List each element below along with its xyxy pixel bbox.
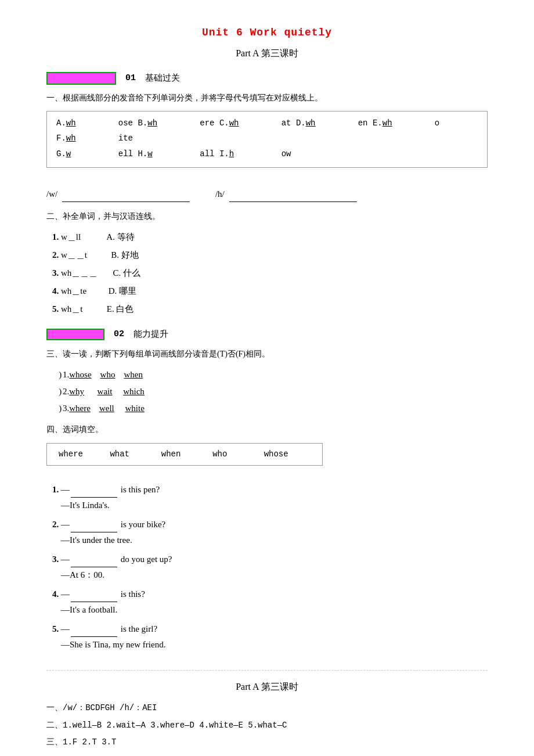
choice-who: who: [212, 447, 259, 462]
instruction3: 三、读一读，判断下列每组单词画线部分读音是(T)否(F)相同。: [46, 347, 488, 361]
choice-where: where: [59, 447, 105, 462]
word-c: C.what: [219, 116, 291, 131]
paren-3: ): [52, 401, 63, 416]
word-b: B.where: [138, 116, 214, 131]
phonics-w-label: /w/: [46, 189, 57, 199]
fill-item-5: 5. wh＿t E. 白色: [52, 301, 488, 317]
read-item-1: )1.whose who when: [52, 367, 488, 383]
fill-num-2: 2.: [52, 250, 59, 260]
word-g: G.well: [56, 147, 133, 161]
phonics-w: /w/: [46, 186, 192, 202]
choice-words-row: where what when who whose: [59, 447, 311, 462]
answer-section: Part A 第三课时 一、/w/：BCDFGH /h/：AEI 二、1.wel…: [46, 670, 488, 750]
section02-title: 能力提升: [134, 326, 168, 342]
fill-num-5: 5.: [52, 304, 59, 314]
answer-line1: 一、/w/：BCDFGH /h/：AEI: [46, 701, 488, 715]
fill-num-1: 1.: [52, 232, 59, 242]
choice-when: when: [161, 447, 208, 462]
choice-what: what: [110, 447, 156, 462]
answer-line2: 二、1.well—B 2.wait—A 3.where—D 4.white—E …: [46, 718, 488, 733]
fill-item-4: 4. wh＿te D. 哪里: [52, 283, 488, 299]
phonics-row: /w/ /h/: [46, 186, 488, 202]
fill-num-3: 3.: [52, 268, 59, 278]
fill-blank-item-2: 2. — is your bike? —It's under the tree.: [52, 517, 488, 548]
word-f: F.white: [56, 131, 133, 146]
fill-blank-item-3: 3. — do you get up? —At 6：00.: [52, 552, 488, 583]
paren-2: ): [52, 384, 63, 399]
fill-blank-item-1: 1. — is this pen? —It's Linda's.: [52, 482, 488, 513]
word-a: A.whose: [56, 116, 133, 131]
fill-num-4: 4.: [52, 286, 59, 296]
part-subtitle: Part A 第三课时: [46, 45, 488, 62]
read-list: )1.whose who when )2.why wait which )3.w…: [52, 367, 488, 416]
fill-blank-item-4: 4. — is this? —It's a football.: [52, 586, 488, 618]
phonics-w-blank: [62, 201, 190, 202]
instruction4: 四、选词填空。: [46, 422, 488, 437]
word-i: I.how: [219, 147, 291, 161]
choice-word-box: where what when who whose: [46, 443, 323, 466]
instruction1: 一、根据画线部分的发音给下列单词分类，并将字母代号填写在对应横线上。: [46, 91, 488, 105]
fill-item-3: 3. wh＿＿＿ C. 什么: [52, 265, 488, 281]
blank-3: [71, 567, 117, 567]
choice-whose: whose: [264, 447, 311, 462]
fill-item-1: 1. w＿ll A. 等待: [52, 229, 488, 245]
paren-1: ): [52, 367, 63, 383]
word-box: A.whose B.where C.what D.when E.who F.wh…: [46, 111, 488, 168]
section02-color-bar: [46, 329, 104, 340]
page-title: Unit 6 Work quietly: [46, 23, 488, 42]
section02-num: 02: [114, 326, 124, 342]
blank-5: [71, 636, 117, 637]
section01-header: 01 基础过关: [46, 70, 488, 86]
fill-blank-item-5: 5. — is the girl? —She is Tina, my new f…: [52, 621, 488, 653]
fill-item-2: 2. w＿＿t B. 好地: [52, 247, 488, 263]
word-box-row2: G.well H.wall I.how: [56, 147, 478, 161]
blank-2: [71, 532, 117, 532]
word-h: H.wall: [138, 147, 214, 161]
fill-words-list: 1. w＿ll A. 等待 2. w＿＿t B. 好地 3. wh＿＿＿ C. …: [52, 229, 488, 317]
word-d: D.when: [296, 116, 368, 131]
blank-1: [71, 497, 117, 498]
blank-4: [71, 602, 117, 602]
instruction2: 二、补全单词，并与汉语连线。: [46, 209, 488, 224]
phonics-h-label: /h/: [215, 189, 225, 199]
answer-part-label: Part A 第三课时: [46, 679, 488, 696]
section01-num: 01: [125, 70, 136, 86]
phonics-h: /h/: [215, 186, 359, 202]
phonics-h-blank: [229, 201, 357, 202]
section02-header: 02 能力提升: [46, 326, 488, 342]
section01-color-bar: [46, 72, 116, 85]
read-item-3: )3.where well white: [52, 401, 488, 416]
word-e: E.who: [373, 116, 439, 131]
word-box-row1: A.whose B.where C.what D.when E.who F.wh…: [56, 116, 478, 145]
section01-title: 基础过关: [145, 70, 180, 86]
fill-blank-list: 1. — is this pen? —It's Linda's. 2. — is…: [52, 482, 488, 653]
read-item-2: )2.why wait which: [52, 384, 488, 399]
answer-line3: 三、1.F 2.T 3.T: [46, 735, 488, 750]
